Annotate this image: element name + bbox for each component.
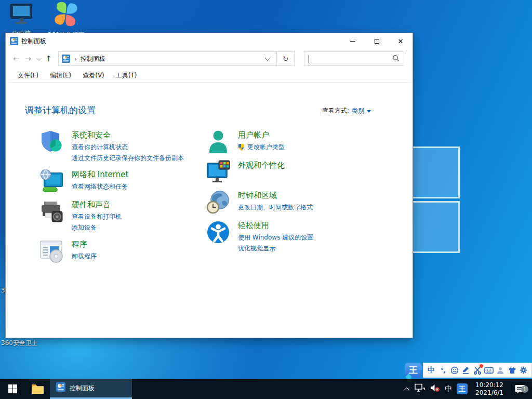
desktop-icon-label-360-security[interactable]: 360安全卫士: [1, 339, 38, 348]
category-link[interactable]: 卸载程序: [72, 251, 97, 262]
taskbar-clock[interactable]: 10:20:12 2021/6/1: [472, 381, 507, 397]
start-button[interactable]: [0, 379, 25, 399]
address-dropdown-chevron-icon[interactable]: [265, 55, 271, 61]
category-link[interactable]: 通过文件历史记录保存你的文件备份副本: [72, 153, 184, 164]
windows-logo-icon: [8, 384, 17, 393]
minimize-button[interactable]: [341, 33, 365, 49]
maximize-button[interactable]: [365, 33, 389, 49]
this-pc-icon: [6, 3, 36, 28]
clock-date: 2021/6/1: [475, 389, 503, 397]
ime-mode-toggle[interactable]: 中: [427, 365, 436, 376]
menu-bar: 文件(F) 编辑(E) 查看(V) 工具(T): [6, 69, 413, 83]
ime-punctuation-toggle[interactable]: °,: [438, 365, 447, 376]
control-panel-icon: [56, 382, 65, 394]
input-language-indicator[interactable]: 中: [445, 384, 452, 394]
ime-tray-icon[interactable]: 王: [457, 383, 468, 394]
breadcrumb[interactable]: 控制面板: [81, 55, 265, 63]
handwriting-icon[interactable]: [461, 365, 471, 376]
virtual-keyboard-icon[interactable]: [484, 365, 494, 376]
category-hardware-sound: 硬件和声音 查看设备和打印机 添加设备: [39, 199, 201, 233]
clock-time: 10:20:12: [475, 381, 503, 389]
taskbar-task-control-panel[interactable]: 控制面板: [50, 379, 132, 399]
back-button[interactable]: ←: [13, 54, 20, 63]
account-icon[interactable]: [496, 365, 505, 376]
clock-region-icon[interactable]: [206, 190, 231, 215]
screenshot-scissors-icon[interactable]: [473, 365, 482, 376]
navigation-toolbar: ← → ↑ › 控制面板: [6, 49, 413, 69]
category-link[interactable]: 优化视觉显示: [238, 243, 313, 254]
up-button[interactable]: ↑: [45, 54, 52, 63]
programs-icon[interactable]: [39, 238, 64, 263]
maximize-icon: [375, 39, 379, 44]
menu-edit[interactable]: 编辑(E): [44, 69, 77, 83]
search-icon: [392, 54, 400, 64]
tray-overflow-chevron-icon[interactable]: [404, 387, 409, 393]
category-link[interactable]: 查看网络状态和任务: [72, 181, 128, 192]
skin-icon[interactable]: [508, 365, 517, 376]
view-by-value[interactable]: 类别: [352, 107, 364, 115]
view-by-control: 查看方式: 类别: [322, 107, 371, 115]
category-link[interactable]: 更改帐户类型: [247, 142, 285, 153]
category-link[interactable]: 使用 Windows 建议的设置: [238, 232, 313, 243]
control-panel-icon: [10, 37, 18, 45]
ime-logo[interactable]: 王: [405, 363, 422, 378]
category-clock-region: 时钟和区域 更改日期、时间或数字格式: [206, 190, 382, 215]
taskbar-task-label: 控制面板: [70, 384, 95, 393]
360-software-icon: [44, 1, 88, 29]
ease-of-access-icon[interactable]: [206, 220, 231, 245]
recent-pages-chevron-icon[interactable]: [36, 56, 42, 61]
search-input[interactable]: [304, 51, 404, 66]
category-title[interactable]: 系统和安全: [72, 129, 184, 141]
network-icon[interactable]: [415, 383, 425, 394]
network-internet-icon[interactable]: [39, 169, 64, 194]
file-explorer-button[interactable]: [25, 379, 50, 399]
category-network-internet: 网络和 Internet 查看网络状态和任务: [39, 169, 201, 194]
close-button[interactable]: ✕: [389, 33, 413, 49]
user-accounts-icon[interactable]: [206, 129, 231, 154]
category-ease-of-access: 轻松使用 使用 Windows 建议的设置 优化视觉显示: [206, 220, 382, 254]
uac-shield-icon: [238, 144, 245, 151]
menu-tools[interactable]: 工具(T): [110, 69, 143, 83]
forward-button[interactable]: →: [25, 54, 32, 63]
emoji-icon[interactable]: [450, 365, 459, 376]
category-title[interactable]: 硬件和声音: [72, 199, 122, 210]
settings-gear-icon[interactable]: [519, 365, 528, 376]
notification-count-badge: 1: [521, 385, 528, 393]
category-title[interactable]: 轻松使用: [238, 220, 313, 231]
hardware-sound-icon[interactable]: [39, 199, 64, 224]
control-panel-content: 调整计算机的设置 查看方式: 类别 系统和安全 查看你的计算机: [6, 83, 413, 338]
minimize-icon: [350, 41, 355, 42]
control-panel-window: 控制面板 ✕ ← → ↑: [5, 33, 413, 338]
category-link[interactable]: 查看设备和打印机: [72, 211, 122, 222]
desktop-icon-label-partial: 3: [1, 287, 5, 294]
category-link[interactable]: 添加设备: [72, 222, 122, 233]
address-bar[interactable]: › 控制面板: [58, 51, 277, 66]
volume-muted-icon[interactable]: [430, 383, 440, 394]
appearance-personalization-icon[interactable]: [206, 159, 231, 184]
menu-file[interactable]: 文件(F): [12, 69, 44, 83]
category-title[interactable]: 程序: [72, 238, 97, 250]
category-title[interactable]: 用户帐户: [238, 129, 285, 141]
category-system-security: 系统和安全 查看你的计算机状态 通过文件历史记录保存你的文件备份副本: [39, 129, 201, 164]
text-caret: [309, 55, 309, 63]
category-programs: 程序 卸载程序: [39, 238, 201, 263]
wallpaper-windows-logo-pane: [406, 201, 460, 253]
close-icon: ✕: [398, 38, 404, 45]
system-security-icon[interactable]: [39, 129, 64, 154]
window-titlebar[interactable]: 控制面板 ✕: [6, 33, 413, 49]
page-title: 调整计算机的设置: [25, 104, 96, 116]
category-link[interactable]: 更改日期、时间或数字格式: [238, 202, 313, 213]
category-title[interactable]: 外观和个性化: [238, 159, 285, 171]
file-explorer-icon: [31, 383, 44, 394]
category-title[interactable]: 时钟和区域: [238, 190, 313, 201]
ime-strip: 中 °,: [423, 363, 532, 378]
action-center-button[interactable]: 1: [511, 384, 529, 394]
category-column-left: 系统和安全 查看你的计算机状态 通过文件历史记录保存你的文件备份副本: [39, 129, 201, 269]
refresh-button[interactable]: ↻: [277, 51, 295, 66]
view-by-dropdown-icon[interactable]: [367, 110, 371, 113]
window-title: 控制面板: [21, 37, 341, 46]
breadcrumb-chevron-icon: ›: [74, 55, 77, 63]
category-title[interactable]: 网络和 Internet: [72, 169, 128, 180]
menu-view[interactable]: 查看(V): [77, 69, 110, 83]
category-link[interactable]: 查看你的计算机状态: [72, 142, 184, 153]
